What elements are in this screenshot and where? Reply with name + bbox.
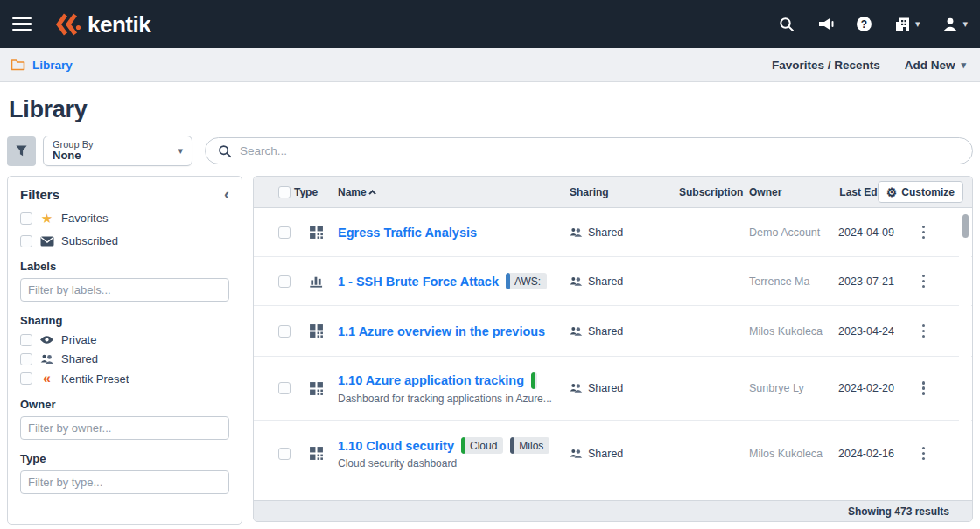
- select-all-checkbox[interactable]: [278, 186, 290, 198]
- breadcrumb-bar: Library Favorites / Recents Add New ▾: [0, 48, 980, 82]
- favorites-checkbox[interactable]: [20, 212, 32, 225]
- col-subscription[interactable]: Subscription: [679, 186, 749, 198]
- people-icon: [570, 227, 583, 238]
- type-section-label: Type: [20, 452, 229, 465]
- col-type[interactable]: Type: [294, 186, 338, 198]
- label-chip: AWS:: [506, 273, 547, 289]
- row-menu-icon[interactable]: [914, 443, 934, 464]
- announcements-icon[interactable]: [817, 17, 834, 31]
- last-edited-cell: 2023-07-21: [824, 275, 900, 288]
- user-menu[interactable]: ▾: [942, 17, 968, 32]
- search-bar[interactable]: [205, 137, 973, 164]
- row-menu-icon[interactable]: [914, 378, 934, 399]
- kentik-logo[interactable]: kentik: [54, 11, 150, 38]
- kentik-chevrons-icon: «: [39, 372, 54, 386]
- people-icon: [570, 326, 583, 337]
- row-menu-icon[interactable]: [914, 271, 934, 292]
- table-scrollbar[interactable]: [959, 209, 971, 499]
- table-row[interactable]: Egress Traffic Analysis Shared Demo Acco…: [254, 208, 972, 257]
- chevron-down-icon: ▾: [961, 60, 966, 70]
- item-name-link[interactable]: 1.10 Cloud security: [338, 439, 454, 453]
- row-menu-icon[interactable]: [914, 321, 934, 342]
- envelope-icon: [39, 236, 54, 247]
- row-checkbox[interactable]: [278, 325, 290, 338]
- menu-icon[interactable]: [12, 17, 32, 31]
- people-icon: [39, 354, 54, 365]
- group-by-dropdown[interactable]: Group By None ▾: [43, 136, 192, 166]
- row-checkbox[interactable]: [278, 448, 290, 460]
- filter-favorites[interactable]: ★ Favorites: [20, 212, 229, 225]
- add-new-button[interactable]: Add New ▾: [905, 59, 966, 72]
- user-icon: [942, 17, 958, 32]
- kentik-chevrons-icon: [54, 11, 84, 38]
- chevron-down-icon: ▾: [915, 19, 920, 29]
- page-title: Library: [0, 82, 980, 123]
- library-table: Type Name Sharing Subscription Owner Las…: [253, 176, 973, 522]
- collapse-panel-icon[interactable]: ‹: [224, 190, 229, 199]
- owner-filter-input[interactable]: [20, 416, 229, 440]
- breadcrumb-label[interactable]: Library: [32, 59, 73, 72]
- subscribed-checkbox[interactable]: [20, 235, 32, 247]
- labels-section-label: Labels: [20, 260, 229, 273]
- group-by-value: None: [52, 150, 93, 163]
- scrollbar-thumb[interactable]: [962, 214, 969, 238]
- row-checkbox[interactable]: [278, 275, 290, 288]
- folder-icon: [10, 59, 25, 71]
- item-name-link[interactable]: 1.1 Azure overview in the previous: [338, 324, 545, 338]
- saved-view-icon: [294, 274, 338, 289]
- item-name-link[interactable]: 1 - SSH Brute Force Attack: [338, 275, 499, 289]
- shared-checkbox[interactable]: [20, 353, 32, 365]
- row-checkbox[interactable]: [278, 382, 290, 394]
- row-menu-icon[interactable]: [914, 222, 934, 243]
- filter-private[interactable]: Private: [20, 333, 229, 346]
- search-icon: [218, 144, 232, 158]
- col-sharing[interactable]: Sharing: [570, 186, 679, 198]
- brand-text: kentik: [88, 13, 150, 36]
- sharing-cell: Shared: [570, 325, 679, 338]
- last-edited-cell: 2024-02-20: [824, 382, 900, 394]
- item-description: Dashboard for tracking applications in A…: [338, 393, 564, 405]
- kentik-preset-checkbox[interactable]: [20, 372, 32, 385]
- filters-title: Filters: [20, 187, 60, 202]
- breadcrumb[interactable]: Library: [10, 59, 73, 72]
- table-row[interactable]: 1.10 Cloud security Cloud Milos Cloud se…: [254, 421, 972, 486]
- owner-cell: Milos Kukoleca: [749, 448, 824, 460]
- dashboard-icon: [294, 381, 338, 396]
- filter-shared[interactable]: Shared: [20, 352, 229, 365]
- last-edited-cell: 2023-04-24: [824, 325, 900, 338]
- label-chip: Cloud: [461, 437, 503, 454]
- search-icon[interactable]: [779, 17, 794, 32]
- toolbar: Group By None ▾: [7, 136, 973, 166]
- search-input[interactable]: [240, 144, 960, 157]
- row-checkbox[interactable]: [278, 226, 290, 239]
- item-description: Cloud security dashboard: [338, 457, 564, 470]
- sharing-cell: Shared: [570, 448, 679, 460]
- filters-panel: Filters ‹ ★ Favorites Subscribed Labels …: [7, 176, 242, 525]
- table-row[interactable]: 1 - SSH Brute Force Attack AWS: Shared T…: [254, 257, 972, 306]
- type-filter-input[interactable]: [20, 470, 229, 494]
- filter-toggle-button[interactable]: [7, 136, 36, 166]
- star-icon: ★: [39, 212, 54, 225]
- filter-kentik-preset[interactable]: « Kentik Preset: [20, 372, 229, 386]
- item-name-link[interactable]: Egress Traffic Analysis: [338, 226, 477, 240]
- private-checkbox[interactable]: [20, 334, 32, 346]
- filter-subscribed[interactable]: Subscribed: [20, 234, 229, 247]
- col-name[interactable]: Name: [338, 186, 570, 198]
- chevron-down-icon: ▾: [178, 146, 183, 156]
- people-icon: [570, 383, 583, 393]
- people-icon: [570, 449, 583, 459]
- owner-cell: Milos Kukoleca: [749, 325, 824, 338]
- organization-switcher[interactable]: ▾: [894, 17, 920, 32]
- labels-filter-input[interactable]: [20, 278, 229, 302]
- table-row[interactable]: 1.1 Azure overview in the previous Share…: [254, 306, 972, 357]
- owner-section-label: Owner: [20, 398, 229, 411]
- favorites-recents-button[interactable]: Favorites / Recents: [772, 59, 880, 72]
- sharing-section-label: Sharing: [20, 314, 229, 327]
- col-owner[interactable]: Owner: [749, 186, 824, 198]
- eye-icon: [39, 335, 54, 345]
- label-chip: Milos: [510, 437, 550, 454]
- item-name-link[interactable]: 1.10 Azure application tracking: [338, 373, 524, 387]
- help-icon[interactable]: ?: [857, 17, 872, 31]
- table-row[interactable]: 1.10 Azure application tracking Dashboar…: [254, 357, 972, 421]
- customize-button[interactable]: ⚙ Customize: [878, 181, 963, 203]
